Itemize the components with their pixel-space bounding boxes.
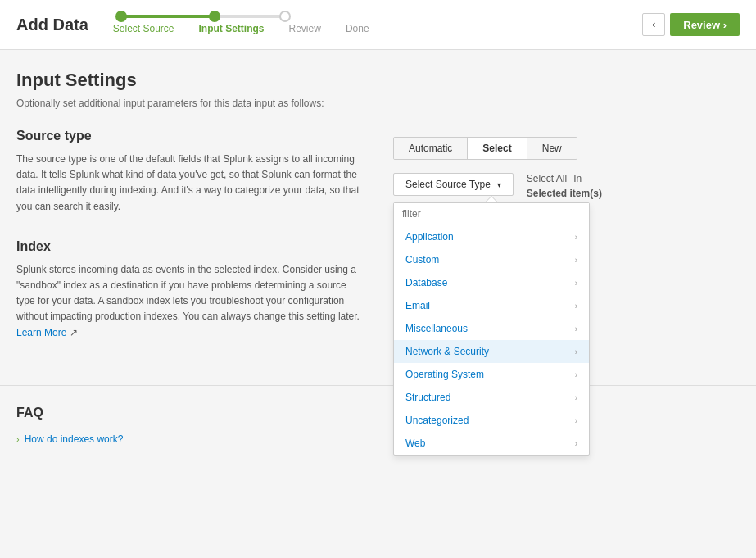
main-content: Input Settings Optionally set additional… <box>0 50 737 385</box>
select-all-row: Select All In <box>527 173 602 184</box>
source-type-tabs: Automatic Select New <box>393 137 577 160</box>
wizard-steps: Select Source Input Settings Review Done <box>113 23 369 34</box>
chevron-right-icon: › <box>575 370 577 379</box>
wizard-step-done: Done <box>346 23 369 34</box>
source-type-right: Automatic Select New Select Source Type … <box>393 129 721 215</box>
wizard-step-select-source: Select Source <box>113 23 174 34</box>
source-type-dropdown-menu: Application › Custom › Database › Emai <box>393 202 590 456</box>
tab-select[interactable]: Select <box>468 138 527 159</box>
chevron-right-icon: › <box>575 324 577 333</box>
faq-section: FAQ › How do indexes work? <box>0 385 756 468</box>
chevron-right-icon: › <box>575 393 577 402</box>
faq-title: FAQ <box>16 406 740 420</box>
dropdown-item-structured[interactable]: Structured › <box>394 386 589 409</box>
dropdown-item-application[interactable]: Application › <box>394 225 589 248</box>
select-source-type-button[interactable]: Select Source Type ▾ <box>393 173 514 196</box>
source-type-section: Source type The source type is one of th… <box>16 129 721 215</box>
chevron-right-icon: › <box>16 434 20 444</box>
dropdown-arrow <box>485 196 498 202</box>
index-heading: Index <box>16 239 360 254</box>
tab-new[interactable]: New <box>527 138 577 159</box>
selected-items-panel: Select All In Selected item(s) <box>527 173 602 199</box>
selected-items-label: Selected item(s) <box>527 188 602 199</box>
select-all-label: Select All <box>527 173 567 184</box>
source-type-dropdown-container: Select Source Type ▾ Application › <box>393 173 514 196</box>
select-source-type-label: Select Source Type <box>405 179 491 190</box>
input-settings-title: Input Settings <box>16 70 721 91</box>
chevron-right-icon: › <box>575 233 577 242</box>
nav-review-button[interactable]: Review › <box>670 13 740 36</box>
dropdown-item-miscellaneous[interactable]: Miscellaneous › <box>394 317 589 340</box>
faq-item-label: How do indexes work? <box>25 433 124 445</box>
in-label: In <box>573 173 582 184</box>
dropdown-item-database[interactable]: Database › <box>394 271 589 294</box>
dropdown-item-email[interactable]: Email › <box>394 294 589 317</box>
nav-buttons: ‹ Review › <box>642 13 740 36</box>
dropdown-item-custom[interactable]: Custom › <box>394 248 589 271</box>
dropdown-item-operating-system[interactable]: Operating System › <box>394 363 589 386</box>
chevron-right-icon: › <box>575 279 577 288</box>
nav-back-button[interactable]: ‹ <box>642 13 665 36</box>
source-type-controls: Select Source Type ▾ Application › <box>393 173 721 199</box>
external-link-icon: ↗ <box>70 327 78 338</box>
chevron-down-icon: ▾ <box>497 180 501 189</box>
index-left: Index Splunk stores incoming data as eve… <box>16 239 360 341</box>
source-type-heading: Source type <box>16 129 360 143</box>
faq-item-how-indexes-work[interactable]: › How do indexes work? <box>16 430 740 448</box>
wizard-step-input-settings: Input Settings <box>199 23 265 34</box>
wizard-step-review: Review <box>289 23 321 34</box>
index-description: Splunk stores incoming data as events in… <box>16 262 360 341</box>
source-type-description: The source type is one of the default fi… <box>16 152 360 215</box>
chevron-right-icon: › <box>575 439 577 448</box>
chevron-right-icon: › <box>575 347 577 356</box>
chevron-right-icon: › <box>575 416 577 425</box>
page-header: Add Data Select Source Input Settings Re… <box>0 0 756 50</box>
dropdown-item-network-security[interactable]: Network & Security › <box>394 340 589 363</box>
index-section: Index Splunk stores incoming data as eve… <box>16 239 721 341</box>
chevron-right-icon: › <box>575 302 577 311</box>
source-type-filter-input[interactable] <box>394 203 589 225</box>
input-settings-subtitle: Optionally set additional input paramete… <box>16 98 721 109</box>
chevron-right-icon: › <box>575 256 577 265</box>
learn-more-link[interactable]: Learn More <box>16 327 66 338</box>
progress-bar <box>121 15 285 18</box>
dropdown-item-uncategorized[interactable]: Uncategorized › <box>394 409 589 432</box>
page-title: Add Data <box>16 16 88 34</box>
tab-automatic[interactable]: Automatic <box>394 138 468 159</box>
dropdown-item-web[interactable]: Web › <box>394 432 589 455</box>
source-type-left: Source type The source type is one of th… <box>16 129 360 215</box>
